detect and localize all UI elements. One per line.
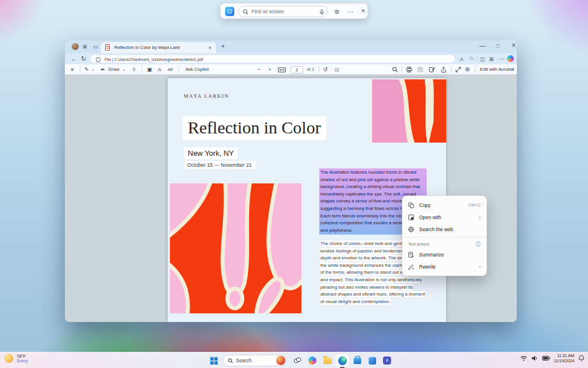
info-icon[interactable]: ⓘ [475,240,481,248]
microphone-icon[interactable] [319,9,324,16]
bing-daily-image [276,356,285,365]
zoom-out-icon[interactable]: − [257,64,261,75]
taskbar-search-placeholder: Search [236,358,273,363]
back-icon[interactable]: ← [71,55,77,62]
edge-icon [338,356,347,365]
menu-item-search-the-web[interactable]: Search the web [403,223,486,235]
browser-window: ⊞ ▭ Reflection in Color by Maya Larki × … [65,40,517,322]
zoom-in-icon[interactable]: + [268,64,272,75]
window-close-button[interactable]: × [512,42,516,49]
microsoft-store-button[interactable] [350,354,364,367]
fullscreen-icon[interactable] [455,67,461,72]
microsoft-365-icon [369,357,376,365]
refresh-icon[interactable]: ↻ [81,55,86,62]
desktop: ⊡ Find on screen ⊛ ⋯ × ⊞ ▭ Reflection in… [0,0,588,368]
wifi-icon[interactable] [520,355,527,361]
edit-with-acrobat-button[interactable]: Edit with Acrobat [480,64,514,75]
print-icon[interactable] [406,67,412,72]
favorites-star-icon[interactable]: ☆ [469,55,474,62]
menu-item-open-with[interactable]: Open with › [403,211,486,223]
teams-icon: ii [383,356,391,365]
taskbar-search[interactable]: Search [223,355,287,366]
new-tab-button[interactable]: + [221,43,225,49]
translate-icon[interactable]: ab [168,64,173,75]
profile-avatar[interactable] [72,43,79,50]
weather-widget[interactable]: 78°F Sunny [5,354,28,363]
context-menu: Copy Ctrl+C Open with › Search the web T… [402,195,487,276]
draw-chevron-icon[interactable]: ⌄ [122,64,126,75]
menu-item-rewrite[interactable]: Rewrite › [403,260,486,273]
volume-icon[interactable] [531,355,538,361]
copilot-taskbar-button[interactable] [305,354,319,367]
read-aloud-toolbar-icon[interactable]: A [158,64,161,75]
ask-copilot-button[interactable]: Ask Copilot [185,64,208,75]
tray-time: 11:31 AM [554,353,574,358]
search-icon [228,358,233,363]
task-view-icon [294,358,301,364]
copy-shortcut: Ctrl+C [469,202,481,208]
rotate-icon[interactable]: ↺ [323,64,328,75]
pdf-file-icon [105,44,110,51]
draw-pen-icon[interactable]: ✒ [100,64,105,75]
address-bar: ← ↻ File | C:Users/Onedrive/s_izza/loveg… [65,53,517,64]
menu-item-summarize[interactable]: Summarize [403,248,486,260]
save-icon[interactable] [417,67,423,72]
battery-icon[interactable] [542,356,550,361]
copilot-icon[interactable] [507,55,514,62]
workspaces-icon[interactable]: ⊞ [83,43,87,50]
find-on-screen-bar: ⊡ Find on screen ⊛ ⋯ × [220,3,368,19]
system-tray: 11:31 AM 11/19/2024 [520,353,585,363]
document-search-icon[interactable] [392,67,398,72]
start-button[interactable] [207,354,220,367]
more-menu-icon[interactable]: ⋯ [498,55,505,62]
settings-gear-icon[interactable]: ⚙ [465,64,470,75]
read-aloud-icon[interactable]: A [460,56,463,63]
teams-button[interactable]: ii [380,354,394,367]
fit-to-width-icon[interactable] [278,67,286,72]
more-options-icon[interactable]: ⋯ [347,8,354,15]
split-screen-icon[interactable]: ◫ [480,56,485,63]
page-number-input[interactable] [291,66,303,74]
share-icon[interactable] [440,67,447,73]
microsoft-365-button[interactable] [365,354,379,367]
menu-item-copy[interactable]: Copy Ctrl+C [403,199,486,211]
screen-capture-icon[interactable]: ⊡ [225,7,234,16]
window-maximize-button[interactable]: □ [496,43,499,49]
draw-label[interactable]: Draw [109,64,119,75]
browser-tab[interactable]: Reflection in Color by Maya Larki × [100,42,216,53]
edge-button[interactable] [335,354,349,367]
table-of-contents-icon[interactable]: ≡ [71,64,74,75]
folder-icon [323,358,332,364]
document-title: Reflection in Color [183,116,326,140]
windows-logo-icon [210,357,218,365]
store-icon [354,358,361,364]
file-explorer-button[interactable] [320,354,334,367]
rewrite-submenu-arrow: › [479,264,481,270]
tab-close-icon[interactable]: × [208,44,211,51]
document-location: New York, NY [184,147,238,159]
recent-captures-icon[interactable]: ⊛ [334,8,339,15]
window-minimize-button[interactable]: — [479,42,486,49]
find-on-screen-input[interactable]: Find on screen [238,6,328,17]
tab-title: Reflection in Color by Maya Larki [114,45,202,50]
find-placeholder: Find on screen [252,9,284,14]
text-field-icon[interactable]: ▣ [147,64,152,75]
artwork-top-right [372,79,446,143]
notification-bell-icon[interactable] [578,355,585,362]
url-text: File | C:Users/Onedrive/s_izza/lovegived… [105,57,203,62]
tab-actions-icon[interactable]: ▭ [93,43,98,50]
task-view-button[interactable] [291,354,304,367]
highlighter-chevron-icon[interactable]: ⌄ [91,64,95,75]
save-as-icon[interactable] [429,67,435,72]
globe-icon [408,227,414,232]
close-icon[interactable]: × [361,7,365,14]
menu-separator [403,237,486,237]
collections-icon[interactable]: ⊞ [489,56,494,63]
page-total-label: of 1 [307,64,314,75]
eraser-icon[interactable]: ◊ [133,64,136,75]
highlighter-icon[interactable]: ✎ [84,64,89,75]
weather-condition: Sunny [17,359,28,363]
url-field[interactable]: File | C:Users/Onedrive/s_izza/lovegived… [90,55,455,63]
clock[interactable]: 11:31 AM 11/19/2024 [554,353,574,363]
page-view-icon[interactable]: ▤ [334,64,339,75]
